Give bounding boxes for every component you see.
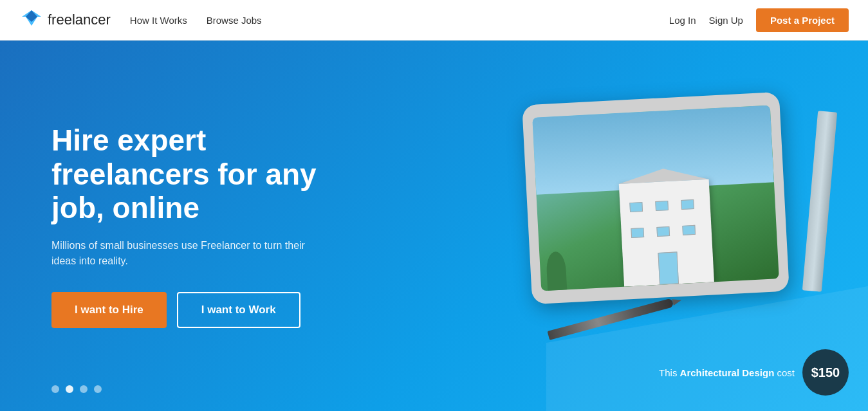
cost-badge-label: This Architectural Design cost: [659, 367, 795, 378]
door: [658, 251, 679, 285]
cost-prefix: This: [659, 367, 680, 378]
cost-amount-badge: $150: [802, 349, 849, 396]
building-body: [619, 179, 714, 287]
ruler: [802, 111, 837, 292]
nav-link-browse-jobs[interactable]: Browse Jobs: [207, 15, 262, 26]
hero-subtitle: Millions of small businesses use Freelan…: [51, 238, 328, 269]
nav-links: How It Works Browse Jobs: [130, 15, 669, 26]
window-2: [655, 201, 669, 211]
navbar: freelancer How It Works Browse Jobs Log …: [0, 0, 868, 41]
cost-badge-area: This Architectural Design cost $150: [659, 349, 849, 396]
pen: [548, 298, 674, 340]
nav-right: Log In Sign Up Post a Project: [669, 8, 849, 32]
hero-illustration: [508, 92, 829, 349]
nav-link-how-it-works[interactable]: How It Works: [130, 15, 187, 26]
window-5: [656, 226, 670, 237]
building: [619, 179, 714, 287]
freelancer-logo-icon: [19, 8, 44, 32]
tablet-device: [522, 92, 790, 305]
hero-section: Hire expert freelancers for any job, onl…: [0, 41, 868, 411]
logo-text: freelancer: [48, 12, 111, 28]
hero-title: Hire expert freelancers for any job, onl…: [51, 123, 360, 226]
login-link[interactable]: Log In: [669, 15, 696, 26]
work-button[interactable]: I want to Work: [177, 292, 300, 328]
dot-2[interactable]: [66, 385, 73, 393]
post-project-button[interactable]: Post a Project: [756, 8, 849, 32]
dot-1[interactable]: [51, 385, 59, 393]
window-4: [631, 228, 644, 238]
hero-content: Hire expert freelancers for any job, onl…: [0, 123, 360, 329]
cost-category: Architectural Design: [680, 367, 775, 378]
hero-buttons: I want to Hire I want to Work: [51, 292, 360, 328]
tablet-screen: [532, 105, 779, 291]
signup-link[interactable]: Sign Up: [709, 15, 743, 26]
hire-button[interactable]: I want to Hire: [51, 292, 167, 328]
logo-area[interactable]: freelancer: [19, 8, 111, 32]
tree: [546, 251, 567, 290]
window-1: [629, 202, 643, 212]
svg-marker-1: [26, 10, 37, 22]
dot-4[interactable]: [94, 385, 102, 393]
hero-dots: [51, 385, 102, 393]
window-3: [681, 199, 694, 210]
cost-suffix: cost: [777, 367, 795, 378]
window-6: [682, 225, 696, 235]
dot-3[interactable]: [80, 385, 88, 393]
